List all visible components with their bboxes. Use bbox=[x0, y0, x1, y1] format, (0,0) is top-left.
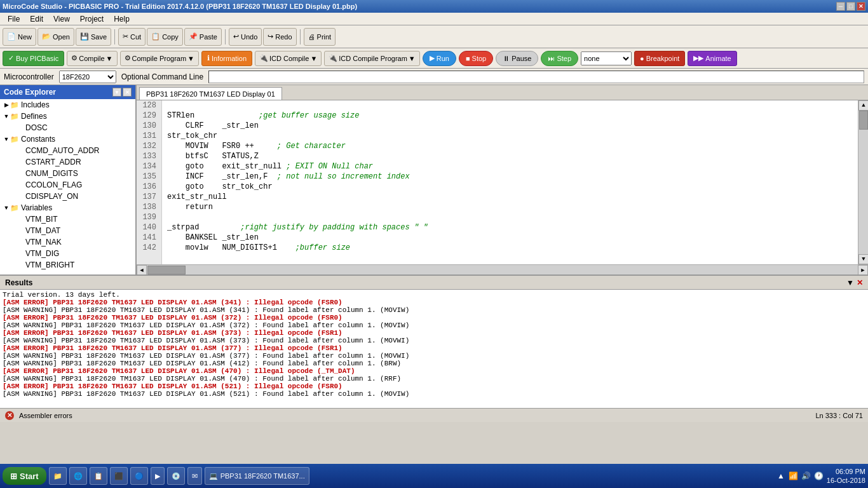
save-icon: 💾 bbox=[80, 32, 89, 41]
copy-button[interactable]: 📋 Copy bbox=[147, 28, 183, 46]
tree-start-addr[interactable]: C START_ADDR bbox=[0, 156, 135, 168]
step-icon: ⏭ bbox=[548, 55, 555, 62]
tree-osc[interactable]: D OSC bbox=[0, 122, 135, 133]
code-line-128 bbox=[167, 100, 858, 111]
undo-button[interactable]: ↩ Undo bbox=[229, 28, 262, 46]
line-numbers: 128 129 130 131 132 133 134 135 136 137 … bbox=[137, 100, 162, 264]
mc-select[interactable]: 18F2620 bbox=[59, 71, 116, 83]
variables-label: Variables bbox=[21, 203, 52, 212]
scroll-thumb[interactable] bbox=[859, 111, 868, 130]
tm-dat-label: TM_DAT bbox=[31, 226, 60, 235]
separator3 bbox=[300, 29, 301, 44]
icd-compile-program-chevron-icon: ▼ bbox=[409, 55, 416, 62]
result-line-12: [ASM ERROR] PBP31 18F2620 TM1637 LED DIS… bbox=[3, 383, 865, 390]
explorer-tree: ▶ 📁 Includes ▼ 📁 Defines D OSC ▼ 📁 Const… bbox=[0, 99, 135, 274]
cut-button[interactable]: ✂ Cut bbox=[118, 28, 146, 46]
animate-icon: ▶▶ bbox=[693, 54, 703, 62]
pause-icon: ⏸ bbox=[503, 55, 510, 62]
buy-picbasic-button[interactable]: ✓ Buy PICBasic bbox=[3, 51, 64, 66]
stop-button[interactable]: ■ Stop bbox=[459, 51, 493, 66]
tree-cmd-auto-addr[interactable]: C CMD_AUTO_ADDR bbox=[0, 145, 135, 156]
hscroll-thumb[interactable] bbox=[147, 266, 186, 274]
print-button[interactable]: 🖨 Print bbox=[304, 28, 336, 46]
breakpoint-icon: ● bbox=[640, 55, 644, 62]
menu-bar: File Edit View Project Help bbox=[0, 13, 868, 25]
code-hscroll[interactable]: ◄ ► bbox=[137, 264, 868, 274]
tree-tm-bright[interactable]: V TM_BRIGHT bbox=[0, 259, 135, 271]
cmd-auto-addr-label: CMD_AUTO_ADDR bbox=[31, 146, 100, 155]
code-line-142: movlw NUM_DIGITS+1 ;buffer size bbox=[167, 243, 858, 253]
code-text[interactable]: STRlen ;get buffer usage size CLRF _str_… bbox=[162, 100, 858, 264]
menu-file[interactable]: File bbox=[3, 13, 25, 25]
scroll-down-arrow[interactable]: ▼ bbox=[858, 254, 868, 264]
run-button[interactable]: ▶ Run bbox=[423, 51, 456, 66]
step-button[interactable]: ⏭ Step bbox=[541, 51, 578, 66]
mc-label: Microcontroller bbox=[4, 72, 54, 81]
compile-program-icon: ⚙ bbox=[125, 54, 131, 62]
pause-button[interactable]: ⏸ Pause bbox=[496, 51, 538, 66]
result-line-1: [ASM ERROR] PBP31 18F2620 TM1637 LED DIS… bbox=[3, 299, 865, 306]
defines-expand-icon: ▼ bbox=[3, 113, 10, 119]
v-icon-tmbright: V bbox=[25, 261, 31, 269]
menu-edit[interactable]: Edit bbox=[25, 13, 48, 25]
tree-tm-nak[interactable]: V TM_NAK bbox=[0, 236, 135, 248]
open-button[interactable]: 📂 Open bbox=[37, 28, 74, 46]
variables-expand-icon: ▼ bbox=[3, 205, 10, 211]
mc-bar: Microcontroller 18F2620 Optional Command… bbox=[0, 69, 868, 85]
results-close-icon[interactable]: ✕ bbox=[857, 278, 863, 287]
close-button[interactable]: ✕ bbox=[857, 2, 865, 11]
stop-icon: ■ bbox=[466, 55, 470, 62]
tree-num-digits[interactable]: C NUM_DIGITS bbox=[0, 168, 135, 179]
tree-variables[interactable]: ▼ 📁 Variables bbox=[0, 202, 135, 214]
hscroll-track bbox=[147, 265, 858, 274]
redo-button[interactable]: ↪ Redo bbox=[263, 28, 296, 46]
code-content[interactable]: 128 129 130 131 132 133 134 135 136 137 … bbox=[137, 100, 868, 264]
menu-help[interactable]: Help bbox=[109, 13, 135, 25]
scroll-right-arrow[interactable]: ► bbox=[858, 265, 868, 274]
code-vscroll[interactable]: ▲ ▼ bbox=[858, 100, 868, 264]
tree-colon-flag[interactable]: C COLON_FLAG bbox=[0, 179, 135, 191]
explorer-close-button[interactable]: ✕ bbox=[123, 88, 132, 97]
none-select[interactable]: none bbox=[581, 51, 632, 65]
menu-view[interactable]: View bbox=[48, 13, 75, 25]
tree-tm-dat[interactable]: V TM_DAT bbox=[0, 225, 135, 236]
tree-tm-bit[interactable]: V TM_BIT bbox=[0, 214, 135, 225]
results-controls: ▼ ✕ bbox=[846, 278, 863, 287]
menu-project[interactable]: Project bbox=[75, 13, 109, 25]
animate-button[interactable]: ▶▶ Animate bbox=[688, 51, 736, 66]
icd-compile-button[interactable]: 🔌 ICD Compile ▼ bbox=[255, 51, 322, 66]
new-button[interactable]: 📄 New bbox=[3, 28, 36, 46]
tm-bright-label: TM_BRIGHT bbox=[31, 261, 74, 269]
num-digits-label: NUM_DIGITS bbox=[31, 169, 78, 178]
information-button[interactable]: ℹ Information bbox=[201, 51, 252, 66]
v-icon-tmdig: V bbox=[25, 249, 31, 258]
results-chevron-icon[interactable]: ▼ bbox=[846, 278, 854, 287]
save-button[interactable]: 💾 Save bbox=[76, 28, 111, 46]
toolbar2: ✓ Buy PICBasic ⚙ Compile ▼ ⚙ Compile Pro… bbox=[0, 48, 868, 69]
tree-includes[interactable]: ▶ 📁 Includes bbox=[0, 99, 135, 111]
tree-display-on[interactable]: C DISPLAY_ON bbox=[0, 191, 135, 202]
tree-constants[interactable]: ▼ 📁 Constants bbox=[0, 133, 135, 145]
scroll-left-arrow[interactable]: ◄ bbox=[137, 265, 147, 274]
compile-button[interactable]: ⚙ Compile ▼ bbox=[67, 51, 117, 66]
optional-input[interactable] bbox=[208, 71, 864, 83]
toolbar: 📄 New 📂 Open 💾 Save ✂ Cut 📋 Copy 📌 Paste… bbox=[0, 25, 868, 48]
compile-icon: ⚙ bbox=[71, 54, 78, 62]
results-panel: Results ▼ ✕ Trial version. 13 days left.… bbox=[0, 274, 868, 408]
breakpoint-button[interactable]: ● Breakpoint bbox=[634, 51, 685, 66]
result-line-8: [ASM WARNING] PBP31 18F2620 TM1637 LED D… bbox=[3, 352, 865, 360]
icd-compile-program-button[interactable]: 🔌 ICD Compile Program ▼ bbox=[324, 51, 419, 66]
tree-tm-dig[interactable]: V TM_DIG bbox=[0, 248, 135, 259]
explorer-dropdown-button[interactable]: ▼ bbox=[112, 88, 121, 97]
maximize-button[interactable]: □ bbox=[846, 2, 855, 11]
results-content[interactable]: Trial version. 13 days left. [ASM ERROR]… bbox=[0, 290, 868, 408]
scroll-up-arrow[interactable]: ▲ bbox=[858, 100, 868, 111]
tree-defines[interactable]: ▼ 📁 Defines bbox=[0, 111, 135, 122]
results-header: Results ▼ ✕ bbox=[0, 276, 868, 290]
position-label: Ln 333 : Col 71 bbox=[815, 412, 863, 419]
minimize-button[interactable]: ─ bbox=[836, 2, 845, 11]
paste-button[interactable]: 📌 Paste bbox=[184, 28, 222, 46]
code-tab-main[interactable]: PBP31 18F2620 TM1637 LED Display 01 bbox=[139, 87, 282, 100]
compile-program-button[interactable]: ⚙ Compile Program ▼ bbox=[120, 51, 199, 66]
result-line-11: [ASM WARNING] PBP31 18F2620 TM1637 LED D… bbox=[3, 375, 865, 383]
